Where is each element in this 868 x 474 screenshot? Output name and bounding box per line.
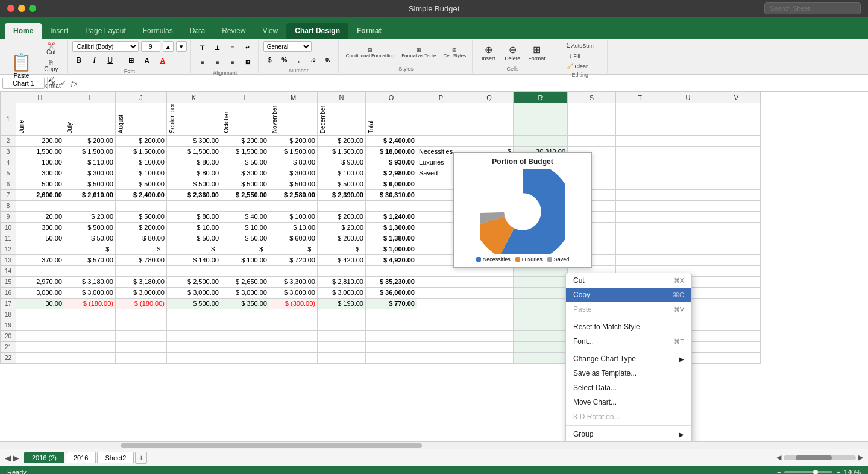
font-name-select[interactable]: Calibri (Body) [72, 41, 139, 52]
cell-T5[interactable] [616, 168, 664, 179]
col-header-O[interactable]: O [366, 92, 417, 103]
cell-O7[interactable]: $ 30,310.00 [366, 189, 417, 200]
cell-T1[interactable] [616, 103, 664, 136]
cell-L3[interactable]: $ 1,500.00 [221, 146, 269, 157]
insert-cells-button[interactable]: ⊕ Insert [477, 43, 499, 63]
tab-page-layout[interactable]: Page Layout [77, 23, 134, 39]
font-size-input[interactable] [141, 41, 160, 52]
align-middle[interactable]: ⊥ [211, 41, 224, 54]
autosum-button[interactable]: Σ AutoSum [564, 41, 596, 50]
cell-K2[interactable]: $ 300.00 [167, 135, 221, 146]
fill-button[interactable]: ↓ Fill [564, 51, 586, 60]
sheet-tab-2016-2[interactable]: 2016 (2) [24, 452, 64, 463]
copy-button[interactable]: ⎘ Copy [39, 58, 63, 74]
cell-M1[interactable]: November [269, 103, 318, 136]
cell-R2[interactable] [514, 135, 568, 146]
cell-M3[interactable]: $ 1,500.00 [269, 146, 318, 157]
decrease-decimal[interactable]: 0. [321, 53, 335, 66]
cell-K1[interactable]: September [167, 103, 221, 136]
format-cells-button[interactable]: ⊞ Format [526, 43, 548, 63]
formula-input[interactable] [80, 78, 866, 89]
tab-formulas[interactable]: Formulas [134, 23, 181, 39]
cell-V4[interactable] [712, 157, 761, 168]
cell-J7[interactable]: $ 2,400.00 [116, 189, 167, 200]
cell-T2[interactable] [616, 135, 664, 146]
pie-chart-overlay[interactable]: Portion of Budget Necessities [453, 152, 592, 268]
tab-home[interactable]: Home [5, 23, 42, 39]
col-header-H[interactable]: H [16, 92, 64, 103]
align-bottom[interactable]: ≡ [226, 41, 239, 54]
number-format-select[interactable]: General [263, 41, 312, 52]
zoom-out-icon[interactable]: − [777, 469, 781, 474]
cell-H5[interactable]: 300.00 [16, 168, 64, 179]
cell-K6[interactable]: $ 500.00 [167, 179, 221, 189]
align-left[interactable]: ≡ [196, 55, 209, 69]
cell-K3[interactable]: $ 1,500.00 [167, 146, 221, 157]
cell-N5[interactable]: $ 100.00 [318, 168, 366, 179]
cell-L7[interactable]: $ 2,550.00 [221, 189, 269, 200]
cell-V6[interactable] [712, 179, 761, 189]
cell-O3[interactable]: $ 18,000.00 [366, 146, 417, 157]
cell-M6[interactable]: $ 500.00 [269, 179, 318, 189]
confirm-formula-icon[interactable]: ✓ [60, 78, 67, 87]
comma-button[interactable]: , [292, 53, 306, 66]
align-top[interactable]: ⊤ [196, 41, 209, 54]
cell-U1[interactable] [664, 103, 712, 136]
cell-S1[interactable] [568, 103, 616, 136]
cell-N7[interactable]: $ 2,390.00 [318, 189, 366, 200]
cell-T3[interactable] [616, 146, 664, 157]
cell-U2[interactable] [664, 135, 712, 146]
add-sheet-button[interactable]: + [135, 452, 147, 464]
col-header-N[interactable]: N [318, 92, 366, 103]
col-header-I[interactable]: I [64, 92, 116, 103]
cell-M4[interactable]: $ 80.00 [269, 157, 318, 168]
cell-L4[interactable]: $ 50.00 [221, 157, 269, 168]
align-center[interactable]: ≡ [211, 55, 224, 69]
cell-M7[interactable]: $ 2,580.00 [269, 189, 318, 200]
cell-T7[interactable] [616, 189, 664, 200]
italic-button[interactable]: I [88, 54, 101, 67]
cell-K5[interactable]: $ 80.00 [167, 168, 221, 179]
cell-V2[interactable] [712, 135, 761, 146]
align-right[interactable]: ≡ [226, 55, 239, 69]
cell-styles-button[interactable]: ⊞ Cell Styles [441, 46, 468, 60]
cell-J5[interactable]: $ 100.00 [116, 168, 167, 179]
ctx-reset-style[interactable]: Reset to Match Style [566, 320, 691, 334]
cell-J6[interactable]: $ 500.00 [116, 179, 167, 189]
search-input[interactable] [764, 2, 861, 14]
tab-view[interactable]: View [254, 23, 286, 39]
maximize-button[interactable] [29, 5, 36, 12]
tab-format[interactable]: Format [348, 23, 390, 39]
sheet-nav-left[interactable]: ◀ [5, 453, 11, 463]
cell-S2[interactable] [568, 135, 616, 146]
cell-O5[interactable]: $ 2,980.00 [366, 168, 417, 179]
ctx-move-chart[interactable]: Move Chart... [566, 395, 691, 409]
close-button[interactable] [7, 5, 14, 12]
tab-chart-design[interactable]: Chart Design [286, 23, 348, 39]
cell-L1[interactable]: October [221, 103, 269, 136]
cell-T6[interactable] [616, 179, 664, 189]
cut-button[interactable]: ✂️ Cut [39, 41, 63, 57]
cell-I3[interactable]: $ 1,500.00 [64, 146, 116, 157]
col-header-K[interactable]: K [167, 92, 221, 103]
cell-V5[interactable] [712, 168, 761, 179]
paste-button[interactable]: 📋 Paste [6, 50, 37, 81]
conditional-formatting-button[interactable]: ⊞ Conditional Formatting [344, 46, 397, 60]
cell-U3[interactable] [664, 146, 712, 157]
delete-cells-button[interactable]: ⊖ Delete [502, 43, 523, 63]
cell-H4[interactable]: 100.00 [16, 157, 64, 168]
cell-N1[interactable]: December [318, 103, 366, 136]
col-header-Q[interactable]: Q [465, 92, 514, 103]
cell-N2[interactable]: $ 200.00 [318, 135, 366, 146]
cell-R1[interactable] [514, 103, 568, 136]
percent-button[interactable]: % [278, 53, 291, 66]
cell-N3[interactable]: $ 1,500.00 [318, 146, 366, 157]
scroll-left-icon[interactable]: ◀ [776, 453, 781, 461]
fill-color-button[interactable]: A [140, 54, 154, 67]
ctx-save-template[interactable]: Save as Template... [566, 366, 691, 381]
cell-O4[interactable]: $ 930.00 [366, 157, 417, 168]
ctx-cut[interactable]: Cut ⌘X [566, 273, 691, 288]
bold-button[interactable]: B [72, 54, 86, 67]
col-header-L[interactable]: L [221, 92, 269, 103]
increase-decimal[interactable]: .0 [307, 53, 320, 66]
